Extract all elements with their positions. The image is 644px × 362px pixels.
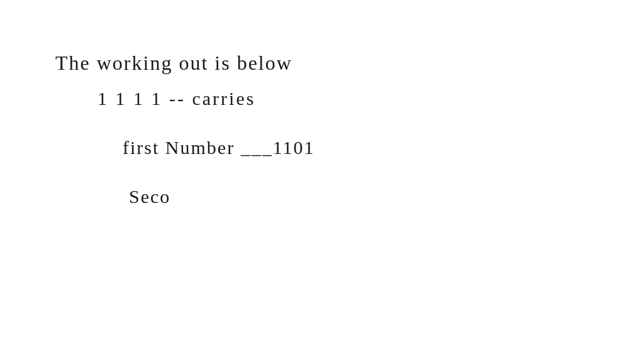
line3-text: first Number ___1101 bbox=[123, 137, 315, 158]
main-canvas: The working out is below 1 1 1 1 -- carr… bbox=[0, 0, 644, 362]
line1-text: The working out is below bbox=[55, 52, 292, 75]
line2-text: 1 1 1 1 -- carries bbox=[97, 88, 255, 109]
line4-text: Seco bbox=[129, 186, 170, 207]
